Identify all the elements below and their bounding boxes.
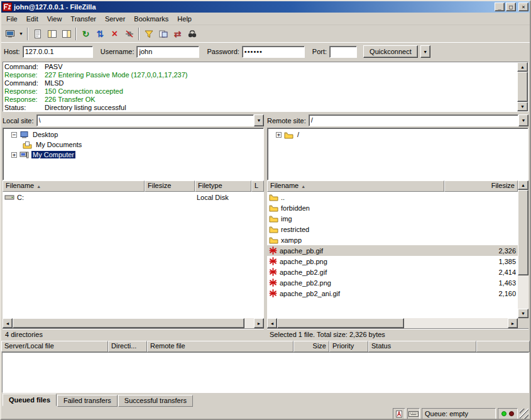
expand-icon[interactable]: + bbox=[11, 152, 17, 158]
password-input[interactable] bbox=[242, 46, 305, 58]
scrollbar-thumb[interactable] bbox=[518, 190, 528, 275]
local-site-dropdown-button[interactable]: ▼ bbox=[254, 114, 264, 126]
column-header-filetype[interactable]: Filetype bbox=[195, 180, 251, 192]
log-text: PASV bbox=[45, 63, 63, 71]
local-site-input[interactable] bbox=[36, 114, 254, 126]
queue-column-priority[interactable]: Priority bbox=[329, 341, 368, 352]
process-queue-button[interactable]: ⇅ bbox=[93, 27, 107, 41]
queue-column-size[interactable]: Size bbox=[293, 341, 329, 352]
remote-file-row[interactable]: img bbox=[267, 213, 518, 224]
remote-site-dropdown-button[interactable]: ▼ bbox=[518, 114, 528, 126]
minimize-button[interactable]: _ bbox=[495, 3, 505, 11]
menu-server[interactable]: Server bbox=[101, 14, 129, 24]
quickconnect-button[interactable]: Quickconnect bbox=[363, 45, 418, 58]
cancel-icon: × bbox=[112, 30, 118, 38]
column-header-filename[interactable]: Filename▲ bbox=[267, 180, 444, 192]
tab-successful-transfers[interactable]: Successful transfers bbox=[118, 395, 193, 407]
remote-tree-toggle-button[interactable] bbox=[59, 27, 74, 41]
tab-failed-transfers[interactable]: Failed transfers bbox=[57, 395, 118, 407]
column-header-filesize[interactable]: Filesize bbox=[444, 180, 518, 192]
remote-file-row[interactable]: apache_pb.png 1,385 bbox=[267, 256, 518, 267]
password-label: Password: bbox=[207, 48, 239, 55]
cancel-button[interactable]: × bbox=[107, 27, 122, 41]
maximize-button[interactable]: □ bbox=[506, 3, 516, 11]
folder-icon bbox=[269, 204, 278, 212]
menu-file[interactable]: File bbox=[2, 14, 22, 24]
local-file-row[interactable]: C: Local Disk bbox=[3, 192, 264, 202]
quickconnect-dropdown-button[interactable]: ▼ bbox=[420, 45, 430, 58]
collapse-icon[interactable]: − bbox=[11, 132, 17, 138]
tree-item-root[interactable]: + / bbox=[268, 130, 527, 140]
site-manager-dropdown-button[interactable]: ▼ bbox=[17, 27, 25, 41]
remote-file-row[interactable]: apache_pb2.png 1,463 bbox=[267, 277, 518, 288]
expand-icon[interactable]: + bbox=[276, 132, 282, 138]
site-manager-button[interactable] bbox=[3, 27, 17, 41]
local-horizontal-scrollbar[interactable]: ◄ ► bbox=[3, 318, 264, 328]
message-log-toggle-button[interactable] bbox=[30, 27, 45, 41]
queue-column-remote-file[interactable]: Remote file bbox=[147, 341, 293, 352]
queue-column-status[interactable]: Status bbox=[368, 341, 476, 352]
apache-file-icon bbox=[269, 289, 277, 297]
remote-vertical-scrollbar[interactable]: ▲ ▼ bbox=[518, 180, 528, 318]
menu-view[interactable]: View bbox=[43, 14, 67, 24]
column-header-filesize[interactable]: Filesize bbox=[145, 180, 195, 192]
port-input[interactable] bbox=[329, 46, 357, 58]
local-pane: Local site: ▼ − Desktop My Document bbox=[3, 113, 264, 340]
menu-edit[interactable]: Edit bbox=[22, 14, 43, 24]
menu-help[interactable]: Help bbox=[173, 14, 196, 24]
menu-bookmarks[interactable]: Bookmarks bbox=[129, 14, 173, 24]
directory-comparison-button[interactable] bbox=[156, 27, 170, 41]
log-text: 226 Transfer OK bbox=[45, 96, 96, 104]
column-header-filename[interactable]: Filename▲ bbox=[3, 180, 145, 192]
scroll-left-icon[interactable]: ◄ bbox=[3, 318, 13, 328]
queue-list[interactable] bbox=[2, 352, 529, 393]
scroll-up-icon[interactable]: ▲ bbox=[518, 180, 528, 190]
scroll-left-icon[interactable]: ◄ bbox=[267, 318, 277, 328]
remote-tree: + / bbox=[267, 128, 528, 180]
tree-item-my-documents[interactable]: My Documents bbox=[4, 140, 263, 150]
filter-button[interactable] bbox=[141, 27, 156, 41]
remote-file-row-selected[interactable]: apache_pb.gif 2,326 bbox=[267, 245, 518, 256]
remote-file-row[interactable]: apache_pb2_ani.gif 2,160 bbox=[267, 288, 518, 299]
local-tree-toggle-button[interactable] bbox=[45, 27, 59, 41]
tree-item-my-computer[interactable]: + My Computer bbox=[4, 150, 263, 160]
scroll-down-icon[interactable]: ▼ bbox=[518, 309, 528, 318]
scroll-up-icon[interactable]: ▲ bbox=[517, 62, 528, 72]
scrollbar-thumb[interactable] bbox=[13, 318, 244, 328]
remote-file-row[interactable]: xampp bbox=[267, 235, 518, 245]
log-scrollbar[interactable]: ▲ ▼ bbox=[517, 62, 528, 111]
refresh-button[interactable]: ↻ bbox=[79, 27, 93, 41]
find-files-button[interactable] bbox=[185, 27, 199, 41]
queue-column-direction[interactable]: Directi... bbox=[108, 341, 147, 352]
scrollbar-thumb[interactable] bbox=[277, 318, 404, 328]
local-list-header: Filename▲ Filesize Filetype L bbox=[3, 180, 264, 192]
remote-file-row[interactable]: apache_pb2.gif 2,414 bbox=[267, 267, 518, 277]
tree-item-desktop[interactable]: − Desktop bbox=[4, 130, 263, 140]
column-header-last-modified[interactable]: L bbox=[251, 180, 264, 192]
file-name: xampp bbox=[281, 236, 302, 244]
local-site-combobox: ▼ bbox=[36, 114, 264, 127]
tab-queued-files[interactable]: Queued files bbox=[3, 394, 57, 406]
close-button[interactable]: × bbox=[518, 3, 528, 11]
remote-horizontal-scrollbar[interactable]: ◄ ► bbox=[267, 318, 528, 328]
local-status-text: 4 directories bbox=[3, 328, 264, 340]
remote-site-input[interactable] bbox=[309, 114, 518, 126]
log-label: Command: bbox=[4, 79, 45, 87]
scroll-down-icon[interactable]: ▼ bbox=[517, 102, 528, 111]
disconnect-button[interactable] bbox=[122, 27, 136, 41]
username-input[interactable] bbox=[136, 46, 199, 58]
menu-transfer[interactable]: Transfer bbox=[66, 14, 101, 24]
scrollbar-thumb[interactable] bbox=[517, 72, 528, 102]
resize-grip[interactable] bbox=[520, 409, 528, 419]
queue-column-server-local-file[interactable]: Server/Local file bbox=[1, 341, 108, 352]
synchronized-browsing-button[interactable]: ⇄ bbox=[170, 27, 185, 41]
scroll-right-icon[interactable]: ► bbox=[254, 318, 264, 328]
host-input[interactable] bbox=[23, 46, 93, 58]
remote-file-row[interactable]: forbidden bbox=[267, 202, 518, 213]
file-size: 2,414 bbox=[444, 268, 518, 276]
queue-column-spacer bbox=[476, 341, 530, 352]
scroll-right-icon[interactable]: ► bbox=[508, 318, 518, 328]
apache-file-icon bbox=[269, 257, 277, 265]
remote-file-row[interactable]: .. bbox=[267, 192, 518, 202]
remote-file-row[interactable]: restricted bbox=[267, 224, 518, 235]
